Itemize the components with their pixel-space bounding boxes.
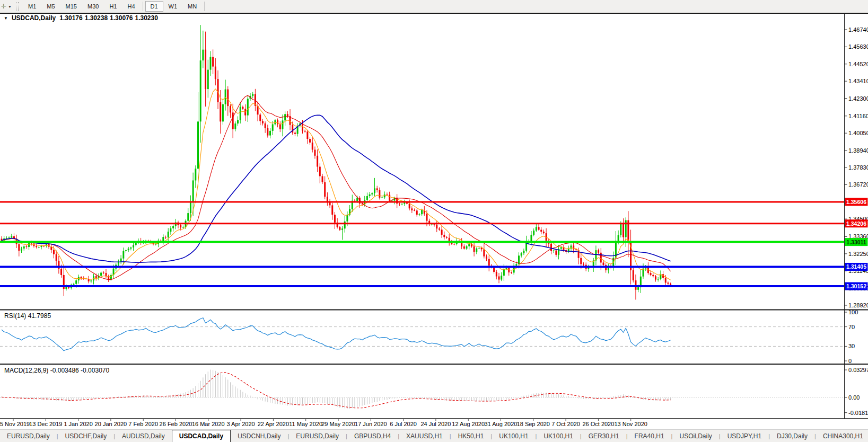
svg-text:1 Jan 2020: 1 Jan 2020 xyxy=(64,421,92,427)
tab-usdchf-daily[interactable]: USDCHF,Daily xyxy=(58,430,114,442)
svg-text:1.28920: 1.28920 xyxy=(848,302,868,308)
macd-signal-value: -0.003070 xyxy=(81,367,109,374)
timeframe-button-h1[interactable]: H1 xyxy=(104,1,122,12)
svg-text:7 Feb 2020: 7 Feb 2020 xyxy=(128,421,158,427)
svg-text:0.00: 0.00 xyxy=(848,394,860,401)
macd-indicator-label: MACD(12,26,9) -0.003486 -0.003070 xyxy=(4,367,109,374)
svg-text:0: 0 xyxy=(848,358,852,364)
tab-usdcad-daily[interactable]: USDCAD,Daily xyxy=(172,430,231,442)
svg-text:16 Mar 2020: 16 Mar 2020 xyxy=(192,421,225,427)
svg-text:22 Apr 2020: 22 Apr 2020 xyxy=(258,421,289,427)
svg-text:18 Sep 2020: 18 Sep 2020 xyxy=(517,421,550,427)
svg-text:1.43410: 1.43410 xyxy=(848,78,868,84)
timeframe-buttons: M1M5M15M30H1H4D1W1MN xyxy=(23,1,207,12)
timeframe-button-m15[interactable]: M15 xyxy=(60,1,82,12)
tab-china300-h1[interactable]: CHINA300,H1 xyxy=(816,430,868,442)
svg-text:24 Jul 2020: 24 Jul 2020 xyxy=(420,421,451,427)
svg-text:1.45630: 1.45630 xyxy=(848,43,868,50)
svg-text:30: 30 xyxy=(848,343,855,349)
tab-hk50-h1[interactable]: HK50,H1 xyxy=(451,430,491,442)
chart-symbol-label: USDCAD,Daily xyxy=(12,14,56,22)
timeframe-button-m5[interactable]: M5 xyxy=(41,1,60,12)
timeframe-button-d1[interactable]: D1 xyxy=(145,1,163,12)
svg-text:12 Aug 2020: 12 Aug 2020 xyxy=(452,421,485,427)
timeframe-button-m30[interactable]: M30 xyxy=(82,1,104,12)
svg-text:1.46740: 1.46740 xyxy=(848,26,868,33)
svg-text:1.33011: 1.33011 xyxy=(846,239,866,245)
tab-uk100-h1[interactable]: UK100,H1 xyxy=(492,430,535,442)
svg-text:17 Jun 2020: 17 Jun 2020 xyxy=(355,421,387,427)
macd-name: MACD(12,26,9) xyxy=(4,367,48,374)
tab-dj30-daily[interactable]: DJ30,Daily xyxy=(770,430,814,442)
tab-uk100-h1[interactable]: UK100,H1 xyxy=(537,430,580,442)
svg-text:26 Feb 2020: 26 Feb 2020 xyxy=(160,421,192,427)
timeframe-button-mn[interactable]: MN xyxy=(182,1,202,12)
svg-text:1.41160: 1.41160 xyxy=(848,113,868,119)
svg-text:11 May 2020: 11 May 2020 xyxy=(289,421,322,427)
tab-ger30-h1[interactable]: GER30,H1 xyxy=(582,430,626,442)
ohlc-low: 1.30076 xyxy=(110,14,133,22)
svg-text:6 Jul 2020: 6 Jul 2020 xyxy=(390,421,417,427)
rsi-indicator-label: RSI(14) 41.7985 xyxy=(4,312,51,320)
tab-usdcnh-daily[interactable]: USDCNH,Daily xyxy=(231,430,287,442)
svg-text:1.32250: 1.32250 xyxy=(848,251,868,257)
ohlc-high: 1.30238 xyxy=(85,14,108,22)
cursor-tool-button[interactable]: ✛ ▼ xyxy=(1,3,14,10)
svg-text:1.30152: 1.30152 xyxy=(846,283,866,289)
timeframe-button-h4[interactable]: H4 xyxy=(122,1,140,12)
svg-text:3 Apr 2020: 3 Apr 2020 xyxy=(226,421,255,427)
svg-text:26 Oct 2020: 26 Oct 2020 xyxy=(582,421,614,427)
chart-surface[interactable]: 1.467401.456301.445201.434101.423001.411… xyxy=(0,0,868,429)
svg-text:31 Aug 2020: 31 Aug 2020 xyxy=(485,421,518,427)
svg-text:7 Oct 2020: 7 Oct 2020 xyxy=(551,421,580,427)
svg-text:1.37830: 1.37830 xyxy=(848,164,868,171)
svg-text:13 Nov 2020: 13 Nov 2020 xyxy=(615,421,647,427)
ohlc-close: 1.30230 xyxy=(135,14,157,22)
toolbar-separator xyxy=(143,2,143,11)
svg-text:100: 100 xyxy=(848,309,858,315)
tab-fra40-h1[interactable]: FRA40,H1 xyxy=(628,430,671,442)
ohlc-open: 1.30176 xyxy=(59,14,82,22)
svg-text:1.35606: 1.35606 xyxy=(846,199,866,205)
svg-text:1.44520: 1.44520 xyxy=(848,61,868,67)
tab-audusd-daily[interactable]: AUDUSD,Daily xyxy=(115,430,172,442)
svg-text:0.032972: 0.032972 xyxy=(848,367,868,373)
tab-eurusd-daily[interactable]: EURUSD,Daily xyxy=(0,430,57,442)
symbol-tabs: EURUSD,Daily|USDCHF,Daily|AUDUSD,DailyUS… xyxy=(0,430,868,442)
timeframe-toolbar: ✛ ▼ M1M5M15M30H1H4D1W1MN xyxy=(0,0,868,13)
timeframe-button-w1[interactable]: W1 xyxy=(163,1,183,12)
svg-text:20 Jan 2020: 20 Jan 2020 xyxy=(95,421,127,427)
tab-usdjpy-h1[interactable]: USDJPY,H1 xyxy=(721,430,768,442)
toolbar-drag-handle[interactable] xyxy=(16,2,19,11)
timeframe-button-m1[interactable]: M1 xyxy=(23,1,41,12)
macd-main-value: -0.003486 xyxy=(50,367,79,374)
symbol-tabbar: EURUSD,Daily|USDCHF,Daily|AUDUSD,DailyUS… xyxy=(0,429,868,442)
svg-text:25 Nov 2019: 25 Nov 2019 xyxy=(0,421,30,427)
svg-text:1.31405: 1.31405 xyxy=(846,263,866,270)
tab-eurusd-daily[interactable]: EURUSD,Daily xyxy=(289,430,346,442)
tab-usoil-daily[interactable]: USOil,Daily xyxy=(672,430,718,442)
tab-gbpusd-h4[interactable]: GBPUSD,H4 xyxy=(347,430,398,442)
svg-text:1.38940: 1.38940 xyxy=(848,147,868,154)
svg-text:1.42300: 1.42300 xyxy=(848,95,868,102)
svg-text:1.34206: 1.34206 xyxy=(846,220,866,227)
svg-text:70: 70 xyxy=(848,324,855,330)
svg-text:13 Dec 2019: 13 Dec 2019 xyxy=(29,421,62,427)
svg-text:-0.018154: -0.018154 xyxy=(848,410,868,416)
collapse-triangle-icon: ▼ xyxy=(4,16,8,21)
chevron-down-icon: ▼ xyxy=(8,5,12,8)
svg-text:29 May 2020: 29 May 2020 xyxy=(321,421,355,427)
rsi-name: RSI(14) xyxy=(4,312,26,320)
svg-text:1.40050: 1.40050 xyxy=(848,130,868,136)
svg-text:1.36720: 1.36720 xyxy=(848,181,868,188)
chart-title: ▼ USDCAD,Daily 1.30176 1.30238 1.30076 1… xyxy=(4,14,158,22)
cursor-tool-icon: ✛ xyxy=(1,3,6,10)
rsi-value: 41.7985 xyxy=(28,312,51,320)
toolbar-separator xyxy=(204,2,205,11)
tab-xauusd-h1[interactable]: XAUUSD,H1 xyxy=(399,430,450,442)
